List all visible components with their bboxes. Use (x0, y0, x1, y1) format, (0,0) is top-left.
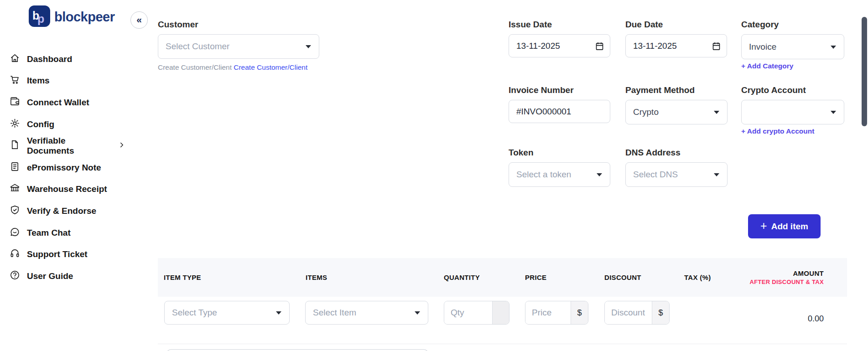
invoice-number-input[interactable] (509, 100, 610, 123)
calendar-icon[interactable] (595, 41, 604, 51)
issue-date-label: Issue Date (509, 19, 610, 30)
chevron-down-icon (415, 311, 420, 315)
svg-text:p: p (37, 12, 44, 25)
sidebar-collapse-button[interactable]: « (130, 11, 148, 29)
due-date-label: Due Date (625, 19, 727, 30)
document-icon (10, 139, 20, 152)
chevron-down-icon (306, 45, 311, 48)
items-table-header: ITEM TYPE ITEMS QUANTITY PRICE DISCOUNT … (158, 258, 847, 297)
brand: b p blockpeer (29, 5, 115, 29)
col-tax: TAX (%) (684, 273, 711, 282)
brand-name: blockpeer (54, 10, 115, 25)
dns-address-label: DNS Address (625, 147, 728, 158)
chat-icon (10, 227, 20, 239)
qty-input[interactable] (444, 301, 492, 324)
due-date-field: Due Date (625, 19, 727, 57)
payment-method-label: Payment Method (625, 85, 728, 96)
issue-date-field: Issue Date (509, 19, 610, 57)
items-table: ITEM TYPE ITEMS QUANTITY PRICE DISCOUNT … (158, 258, 847, 344)
customer-select[interactable]: Select Customer (158, 34, 319, 59)
dns-address-field: DNS Address Select DNS (625, 147, 728, 187)
currency-addon: $ (652, 301, 669, 324)
home-icon (10, 53, 20, 66)
item-select[interactable]: Select Item (305, 301, 428, 325)
dns-address-select[interactable]: Select DNS (625, 162, 728, 187)
col-item-type: ITEM TYPE (164, 273, 201, 282)
chevron-down-icon (831, 111, 836, 114)
item-type-select[interactable]: Select Type (164, 301, 290, 325)
chevron-down-icon (276, 311, 281, 315)
customer-helper: Create Customer/Client Create Customer/C… (158, 63, 319, 72)
col-price: PRICE (525, 273, 546, 282)
token-field: Token Select a token (509, 147, 610, 187)
partial-input[interactable] (166, 349, 428, 351)
col-discount: DISCOUNT (604, 273, 641, 282)
chevron-down-icon (714, 111, 719, 114)
plus-icon: + (760, 220, 767, 232)
payment-method-field: Payment Method Crypto (625, 85, 728, 124)
invoice-number-label: Invoice Number (509, 85, 610, 96)
calendar-icon[interactable] (712, 41, 721, 51)
sidebar-item-dashboard[interactable]: Dashboard (0, 48, 130, 70)
sidebar-item-support-ticket[interactable]: Support Ticket (0, 243, 130, 265)
col-amount: AMOUNT AFTER DISCOUNT & TAX (750, 269, 824, 286)
sidebar-item-items[interactable]: Items (0, 70, 130, 92)
category-select[interactable]: Invoice (741, 34, 844, 59)
discount-input-group: $ (604, 301, 670, 325)
qty-input-group (444, 301, 509, 325)
amount-value: 0.00 (808, 314, 824, 324)
invoice-create-page: b p blockpeer Dashboard Items Connect Wa… (0, 0, 868, 351)
sidebar-item-verify-endorse[interactable]: Verify & Endorse (0, 200, 130, 222)
item-row: Select Type Select Item $ $ 0.00 (158, 297, 847, 344)
sidebar-item-connect-wallet[interactable]: Connect Wallet (0, 92, 130, 114)
chevron-down-icon (597, 173, 602, 176)
add-category-link[interactable]: + Add Category (741, 62, 793, 70)
sidebar-nav: Dashboard Items Connect Wallet Config Ve… (0, 48, 130, 287)
currency-addon: $ (571, 301, 588, 324)
cart-icon (10, 74, 20, 87)
category-label: Category (741, 19, 844, 30)
create-customer-link[interactable]: Create Customer/Client (234, 63, 307, 71)
col-quantity: QUANTITY (444, 273, 480, 282)
sidebar-item-epromissory-note[interactable]: ePromissory Note (0, 157, 130, 179)
double-chevron-left-icon: « (136, 15, 142, 24)
add-item-button[interactable]: + Add item (748, 214, 821, 238)
category-field: Category Invoice + Add Category (741, 19, 844, 70)
note-icon (10, 161, 20, 174)
wallet-icon (10, 96, 20, 109)
token-label: Token (509, 147, 610, 158)
payment-method-select[interactable]: Crypto (625, 100, 728, 124)
chevron-right-icon (118, 141, 126, 151)
scrollbar-thumb[interactable] (862, 17, 867, 126)
customer-label: Customer (158, 19, 319, 30)
sidebar-item-team-chat[interactable]: Team Chat (0, 222, 130, 244)
token-select[interactable]: Select a token (509, 162, 610, 187)
price-input[interactable] (525, 301, 571, 324)
chevron-down-icon (714, 173, 719, 176)
crypto-account-select[interactable] (741, 100, 844, 124)
price-input-group: $ (525, 301, 588, 325)
sidebar-item-config[interactable]: Config (0, 114, 130, 135)
crypto-account-field: Crypto Account + Add crypto Account (741, 85, 844, 135)
amount-subheader: AFTER DISCOUNT & TAX (750, 278, 824, 286)
sidebar-item-verifiable-documents[interactable]: Verifiable Documents (0, 135, 130, 157)
crypto-account-label: Crypto Account (741, 85, 844, 96)
warehouse-icon (10, 183, 20, 196)
headset-icon (10, 248, 20, 261)
discount-input[interactable] (605, 301, 652, 324)
invoice-number-field: Invoice Number (509, 85, 610, 123)
col-items: ITEMS (306, 273, 327, 282)
add-crypto-account-link[interactable]: + Add crypto Account (741, 127, 814, 135)
sidebar-item-user-guide[interactable]: User Guide (0, 265, 130, 287)
blockpeer-logo-icon: b p (29, 5, 50, 29)
shield-check-icon (10, 205, 20, 217)
qty-stepper[interactable] (492, 301, 509, 324)
sidebar-item-warehouse-receipt[interactable]: Warehouse Receipt (0, 179, 130, 201)
customer-field: Customer Select Customer Create Customer… (158, 19, 319, 72)
gear-icon (10, 118, 20, 131)
chevron-down-icon (831, 46, 836, 49)
question-icon (10, 270, 20, 283)
